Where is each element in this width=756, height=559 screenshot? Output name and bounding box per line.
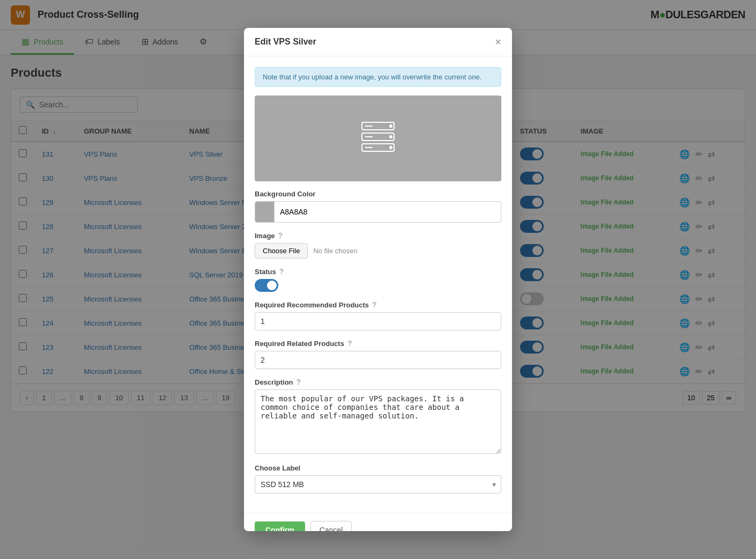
status-label: Status ? <box>255 267 501 276</box>
choose-file-button[interactable]: Choose File <box>255 243 308 259</box>
description-textarea[interactable]: The most popular of our VPS packages. It… <box>255 389 501 423</box>
description-group: Description ? The most popular of our VP… <box>255 378 501 423</box>
status-group: Status ? <box>255 267 501 292</box>
edit-modal: Edit VPS Silver × Note that if you uploa… <box>244 28 512 423</box>
desc-help-icon[interactable]: ? <box>297 378 301 386</box>
req-rec-label: Required Recommended Products ? <box>255 300 501 309</box>
image-group: Image ? Choose File No file chosen <box>255 231 501 259</box>
req-rec-group: Required Recommended Products ? <box>255 300 501 330</box>
toggle-slider <box>255 279 278 292</box>
no-file-text: No file chosen <box>313 247 357 255</box>
req-rel-input[interactable] <box>255 351 501 369</box>
image-label: Image ? <box>255 231 501 240</box>
svg-point-4 <box>389 135 392 138</box>
file-input-row: Choose File No file chosen <box>255 243 501 259</box>
svg-point-5 <box>389 146 392 149</box>
bg-color-group: Background Color <box>255 190 501 223</box>
svg-point-3 <box>389 124 392 128</box>
modal-body: Note that if you upload a new image, you… <box>244 56 512 423</box>
image-preview <box>255 95 501 181</box>
modal-close-button[interactable]: × <box>495 36 501 47</box>
status-help-icon[interactable]: ? <box>279 267 284 276</box>
req-rel-group: Required Related Products ? <box>255 339 501 369</box>
description-label: Description ? <box>255 378 501 386</box>
modal-overlay: Edit VPS Silver × Note that if you uploa… <box>0 0 756 423</box>
req-rel-label: Required Related Products ? <box>255 339 501 348</box>
status-row <box>255 279 501 292</box>
modal-title: Edit VPS Silver <box>255 37 316 47</box>
req-rec-help-icon[interactable]: ? <box>372 300 377 309</box>
color-input[interactable] <box>275 203 501 220</box>
color-swatch <box>255 202 275 222</box>
status-toggle[interactable] <box>255 279 278 292</box>
req-rel-help-icon[interactable]: ? <box>347 339 352 348</box>
image-help-icon[interactable]: ? <box>278 231 283 240</box>
overwrite-alert: Note that if you upload a new image, you… <box>255 67 501 87</box>
color-field[interactable] <box>255 201 501 223</box>
bg-color-label: Background Color <box>255 190 501 198</box>
modal-header: Edit VPS Silver × <box>244 28 512 56</box>
server-icon <box>357 117 399 160</box>
req-rec-input[interactable] <box>255 312 501 330</box>
